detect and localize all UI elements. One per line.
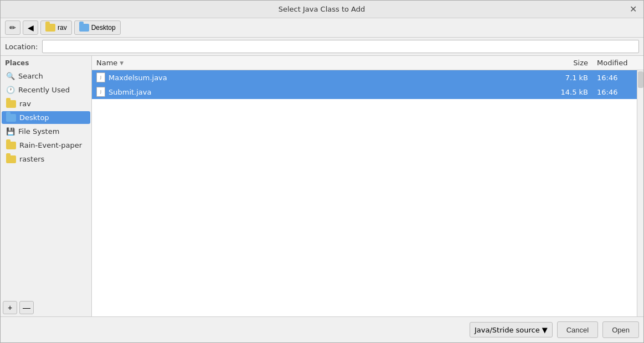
- filter-label: Java/Stride source: [475, 326, 540, 334]
- sidebar-item-rain-label: Rain-Event-paper: [19, 141, 82, 149]
- footer: Java/Stride source ▼ Cancel Open: [1, 316, 643, 342]
- dialog: Select Java Class to Add ✕ ✏ ◀ rav Deskt…: [0, 0, 644, 343]
- rasters-folder-icon: [6, 155, 16, 163]
- add-icon: +: [8, 303, 12, 312]
- column-name-header[interactable]: Name ▼: [92, 56, 548, 69]
- folder-blue-icon: [79, 24, 89, 32]
- filter-dropdown[interactable]: Java/Stride source ▼: [470, 322, 553, 337]
- main-content: Places 🔍 Search 🕐 Recently Used rav Desk…: [1, 56, 643, 316]
- harddrive-icon: 💾: [6, 127, 15, 136]
- java-file-icon: J: [96, 87, 105, 97]
- file-name-cell: J Maxdelsum.java: [92, 71, 548, 84]
- sort-icon: ▼: [120, 60, 123, 66]
- toolbar: ✏ ◀ rav Desktop: [1, 18, 643, 38]
- open-button[interactable]: Open: [602, 321, 639, 338]
- sidebar-item-recently-used-label: Recently Used: [18, 86, 70, 94]
- edit-button[interactable]: ✏: [5, 20, 20, 35]
- desktop-folder-icon: [6, 114, 16, 122]
- file-row[interactable]: J Maxdelsum.java 7.1 kB 16:46: [92, 70, 637, 85]
- file-name-label: Maxdelsum.java: [109, 74, 167, 82]
- sidebar-item-rav-label: rav: [19, 100, 31, 108]
- file-row[interactable]: J Submit.java 14.5 kB 16:46: [92, 85, 637, 99]
- file-list-container: Name ▼ Size Modified J Maxdelsum.java 7.…: [92, 56, 643, 316]
- sidebar-item-rain-event-paper[interactable]: Rain-Event-paper: [2, 139, 90, 152]
- file-name-label: Submit.java: [109, 88, 152, 96]
- folder-icon: [45, 24, 55, 32]
- dropdown-arrow-icon: ▼: [542, 326, 548, 334]
- cancel-button[interactable]: Cancel: [557, 321, 598, 338]
- sidebar-item-file-system-label: File System: [18, 127, 59, 136]
- sidebar-bottom: + —: [1, 299, 91, 316]
- search-icon: 🔍: [6, 72, 15, 80]
- rain-folder-icon: [6, 142, 16, 149]
- remove-icon: —: [23, 303, 30, 312]
- rav-folder-icon: [6, 100, 16, 108]
- breadcrumb-rav-label: rav: [58, 24, 67, 32]
- location-row: Location:: [1, 38, 643, 56]
- java-file-icon: J: [96, 72, 105, 82]
- recently-used-icon: 🕐: [6, 86, 15, 94]
- sidebar-item-search-label: Search: [18, 72, 43, 80]
- file-list-header: Name ▼ Size Modified: [92, 56, 643, 70]
- file-modified-cell: 16:46: [593, 72, 637, 83]
- sidebar-item-rav[interactable]: rav: [2, 97, 90, 110]
- location-input[interactable]: [42, 40, 639, 53]
- file-size-cell: 14.5 kB: [548, 87, 593, 97]
- breadcrumb-desktop-label: Desktop: [91, 24, 116, 32]
- back-icon: ◀: [28, 23, 34, 32]
- location-label: Location:: [5, 43, 38, 51]
- sidebar-item-desktop-label: Desktop: [19, 113, 49, 122]
- sidebar-item-recently-used[interactable]: 🕐 Recently Used: [2, 84, 90, 96]
- sidebar: Places 🔍 Search 🕐 Recently Used rav Desk…: [1, 56, 92, 316]
- title-bar: Select Java Class to Add ✕: [1, 1, 643, 18]
- close-button[interactable]: ✕: [627, 4, 639, 15]
- sidebar-item-search[interactable]: 🔍 Search: [2, 70, 90, 82]
- file-modified-cell: 16:46: [593, 87, 637, 97]
- sidebar-section-header: Places: [1, 56, 91, 69]
- edit-icon: ✏: [9, 23, 16, 32]
- file-name-cell: J Submit.java: [92, 86, 548, 98]
- breadcrumb-rav[interactable]: rav: [40, 20, 72, 35]
- column-size-header[interactable]: Size: [548, 56, 593, 69]
- add-bookmark-button[interactable]: +: [3, 301, 17, 314]
- sidebar-item-rasters-label: rasters: [19, 155, 44, 163]
- column-modified-header[interactable]: Modified: [593, 56, 637, 69]
- scrollbar[interactable]: [637, 70, 643, 316]
- sidebar-item-desktop[interactable]: Desktop: [2, 111, 90, 124]
- back-button[interactable]: ◀: [23, 20, 38, 35]
- file-list-scroll[interactable]: J Maxdelsum.java 7.1 kB 16:46 J Submit.j…: [92, 70, 637, 316]
- remove-bookmark-button[interactable]: —: [19, 301, 34, 314]
- dialog-title: Select Java Class to Add: [16, 5, 627, 13]
- sidebar-item-file-system[interactable]: 💾 File System: [2, 125, 90, 138]
- sidebar-item-rasters[interactable]: rasters: [2, 153, 90, 165]
- breadcrumb-desktop[interactable]: Desktop: [74, 20, 121, 35]
- file-size-cell: 7.1 kB: [548, 72, 593, 83]
